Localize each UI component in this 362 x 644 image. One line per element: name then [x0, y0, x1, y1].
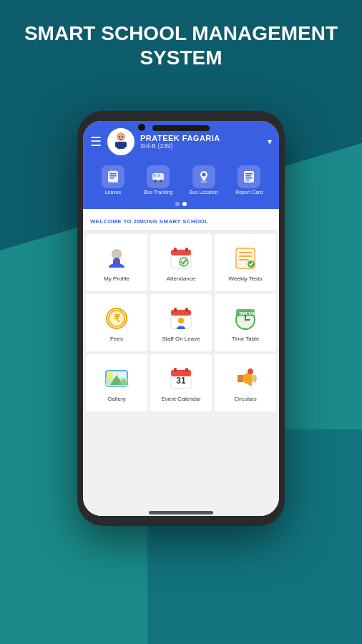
report-card-icon — [238, 165, 260, 188]
svg-rect-7 — [109, 173, 117, 175]
svg-point-46 — [178, 318, 184, 323]
svg-point-65 — [251, 375, 255, 382]
svg-rect-11 — [114, 170, 116, 172]
report-card-label: Report Card — [235, 190, 263, 195]
gallery-label: Gallery — [107, 396, 125, 402]
app-title: SMART SCHOOL MANAGEMENT SYSTEM — [0, 21, 362, 69]
svg-rect-60 — [174, 368, 177, 372]
dropdown-arrow-icon[interactable]: ▾ — [268, 137, 272, 147]
svg-rect-10 — [110, 170, 112, 172]
time-table-label: Time Table — [232, 336, 260, 342]
gallery-icon — [102, 364, 131, 393]
nav-item-bus-location[interactable]: Bus Location — [186, 165, 222, 195]
hamburger-menu-icon[interactable]: ☰ — [90, 134, 102, 150]
grid-item-event-calendar[interactable]: 31 Event Calendar — [150, 354, 212, 411]
weekly-tests-icon — [231, 244, 260, 273]
circulars-label: Circulars — [234, 396, 257, 402]
svg-point-19 — [202, 173, 205, 177]
grid-item-circulars[interactable]: Circulars — [215, 354, 276, 411]
welcome-banner: WELCOME TO ZIMONG SMART SCHOOL — [83, 209, 279, 231]
app-header: ☰ PRATEEK FAGARIA — [83, 121, 279, 209]
my-profile-icon — [102, 244, 131, 273]
svg-rect-36 — [239, 255, 252, 257]
svg-rect-44 — [174, 308, 177, 312]
grid-item-attendance[interactable]: Attendance — [150, 234, 212, 291]
fees-label: Fees — [110, 336, 123, 342]
svg-text:TIME TABLE: TIME TABLE — [239, 311, 259, 316]
staff-on-leave-icon — [167, 304, 195, 333]
phone-bottom-bar — [149, 511, 213, 514]
grid-item-gallery[interactable]: Gallery — [86, 354, 147, 411]
svg-rect-35 — [239, 252, 252, 253]
nav-item-report-card[interactable]: Report Card — [231, 165, 267, 195]
event-calendar-icon: 31 — [167, 364, 195, 393]
svg-point-13 — [154, 180, 157, 182]
svg-rect-9 — [109, 177, 114, 179]
svg-point-51 — [245, 318, 247, 321]
svg-rect-22 — [245, 175, 251, 177]
user-name: PRATEEK FAGARIA — [140, 134, 268, 142]
grid-item-my-profile[interactable]: My Profile — [86, 234, 147, 291]
svg-point-4 — [119, 136, 120, 137]
svg-point-14 — [160, 180, 162, 182]
grid-item-staff-on-leave[interactable]: Staff On Leave — [150, 294, 212, 351]
svg-rect-45 — [185, 308, 188, 312]
phone-device: ☰ PRATEEK FAGARIA — [77, 111, 285, 526]
leaves-icon — [102, 165, 124, 188]
dot-1 — [175, 202, 180, 206]
svg-rect-23 — [245, 177, 253, 179]
svg-point-57 — [107, 372, 113, 378]
svg-rect-6 — [108, 171, 118, 182]
svg-rect-21 — [245, 173, 253, 175]
attendance-icon — [167, 244, 195, 273]
attendance-label: Attendance — [167, 275, 195, 282]
my-profile-label: My Profile — [104, 275, 129, 282]
svg-rect-64 — [238, 375, 243, 382]
svg-rect-37 — [239, 259, 249, 260]
bus-location-label: Bus Location — [190, 190, 218, 195]
bus-tracking-icon — [147, 165, 170, 188]
svg-rect-20 — [244, 171, 254, 182]
staff-on-leave-label: Staff On Leave — [162, 336, 200, 342]
grid-item-weekly-tests[interactable]: Weekly Tests — [215, 234, 276, 291]
app-title-line2: SYSTEM — [140, 47, 222, 69]
weekly-tests-label: Weekly Tests — [229, 275, 263, 282]
svg-point-26 — [113, 250, 120, 258]
phone-camera — [138, 124, 145, 131]
svg-point-5 — [122, 136, 123, 137]
svg-point-66 — [248, 369, 253, 374]
grid-item-time-table[interactable]: TIME TABLE Time Table — [215, 294, 276, 351]
nav-item-bus-tracking[interactable]: Bus Tracking — [140, 165, 176, 195]
svg-rect-2 — [115, 142, 118, 147]
grid-row-3: Gallery 31 Event Calendar — [84, 353, 278, 413]
dot-2 — [182, 202, 187, 206]
phone-screen: ☰ PRATEEK FAGARIA — [83, 121, 279, 516]
svg-text:31: 31 — [176, 376, 186, 386]
event-calendar-label: Event Calendar — [161, 396, 200, 402]
carousel-dots — [90, 199, 272, 209]
bus-location-icon — [192, 165, 215, 188]
user-info: PRATEEK FAGARIA 3rd-B (239) — [140, 134, 268, 150]
grid-item-fees[interactable]: ₹ Fees — [86, 294, 147, 351]
app-title-line1: SMART SCHOOL MANAGEMENT — [24, 22, 338, 44]
svg-rect-3 — [124, 142, 127, 147]
svg-rect-17 — [157, 174, 160, 177]
welcome-text: WELCOME TO ZIMONG SMART SCHOOL — [90, 218, 208, 225]
svg-text:₹: ₹ — [114, 313, 120, 324]
avatar — [107, 128, 134, 155]
grid-row-2: ₹ Fees — [84, 293, 278, 353]
grid-row-1: My Profile Attendance — [84, 233, 278, 293]
nav-item-leaves[interactable]: Leaves — [95, 165, 131, 195]
bus-tracking-label: Bus Tracking — [144, 190, 172, 195]
grid-menu: My Profile Attendance — [83, 231, 279, 516]
svg-rect-61 — [185, 368, 188, 372]
nav-icons-bar: Leaves Bus Tracking — [90, 162, 272, 199]
svg-rect-24 — [245, 180, 250, 181]
header-top-bar: ☰ PRATEEK FAGARIA — [90, 128, 272, 155]
leaves-label: Leaves — [104, 190, 121, 195]
svg-rect-8 — [109, 175, 117, 177]
svg-rect-16 — [153, 174, 156, 177]
circulars-icon — [231, 364, 260, 393]
svg-rect-32 — [185, 248, 188, 252]
time-table-icon: TIME TABLE — [231, 304, 260, 333]
